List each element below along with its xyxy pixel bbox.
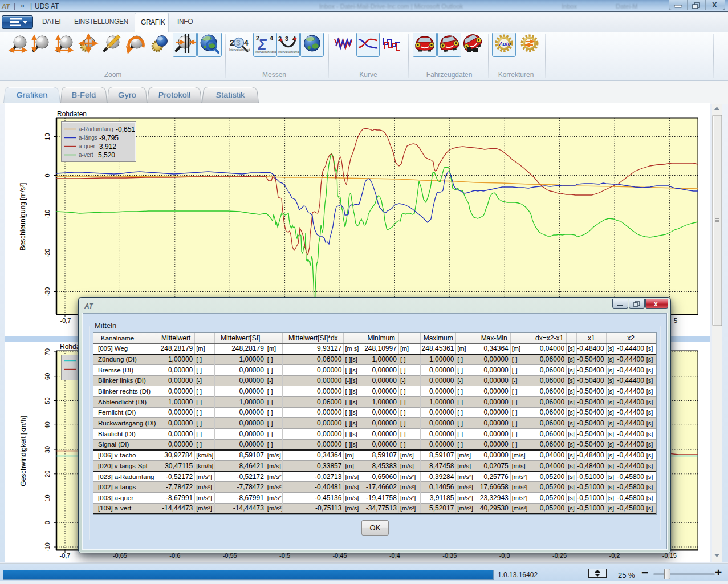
svg-text:3: 3: [285, 35, 288, 42]
svg-text:50: 50: [44, 397, 51, 404]
svg-text:-9,795: -9,795: [99, 134, 119, 142]
svg-text:40: 40: [44, 421, 51, 428]
svg-text:4: 4: [244, 38, 249, 47]
svg-text:x: x: [654, 300, 658, 308]
svg-text:-30: -30: [44, 287, 51, 297]
svg-text:X: X: [712, 1, 717, 9]
svg-text:Intervalschetznd: Intervalschetznd: [278, 50, 299, 54]
svg-text:4: 4: [270, 35, 274, 42]
svg-text:-0,651: -0,651: [116, 125, 135, 133]
svg-text:10: 10: [44, 494, 51, 501]
svg-text:Intervalschetznd: Intervalschetznd: [229, 48, 250, 51]
svg-text:0: 0: [44, 521, 51, 524]
svg-text:10: 10: [44, 133, 51, 140]
svg-text:Auto: Auto: [499, 41, 511, 47]
svg-text:a-längs: a-längs: [79, 135, 97, 141]
svg-text:-10: -10: [44, 210, 51, 219]
svg-text:AT: AT: [1, 3, 10, 10]
svg-text:a-Radumfang: a-Radumfang: [79, 126, 113, 132]
svg-text:70: 70: [44, 348, 51, 355]
svg-text:-10: -10: [44, 542, 51, 551]
svg-text:-0,7: -0,7: [60, 552, 71, 559]
svg-text:30: 30: [44, 446, 51, 453]
svg-text:Geschwindigkeit [km/h]: Geschwindigkeit [km/h]: [19, 416, 27, 486]
svg-text:0: 0: [44, 173, 51, 177]
svg-text:60: 60: [44, 373, 51, 380]
svg-text:Beschleunigung [m/s²]: Beschleunigung [m/s²]: [19, 183, 27, 251]
svg-text:5: 5: [674, 317, 677, 324]
svg-text:-0,7: -0,7: [60, 317, 71, 324]
svg-text:20: 20: [44, 471, 51, 477]
svg-text:Rohdaten: Rohdaten: [57, 110, 87, 118]
svg-text:3,912: 3,912: [99, 143, 116, 151]
svg-text:Intervallschetznd: Intervallschetznd: [255, 50, 276, 54]
svg-text:-20: -20: [44, 249, 51, 258]
svg-text:a-vert: a-vert: [79, 152, 93, 158]
svg-text:5,520: 5,520: [98, 151, 115, 159]
svg-text:a-quer: a-quer: [79, 143, 96, 149]
